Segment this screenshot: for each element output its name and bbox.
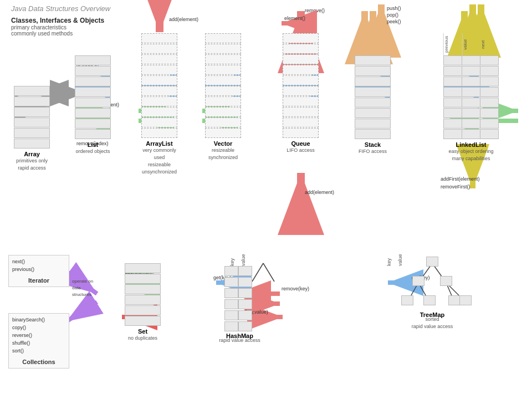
treemap-val-header: value — [397, 249, 403, 266]
stack-cell — [355, 119, 391, 129]
list-cell — [75, 76, 111, 86]
array-cell — [14, 96, 50, 106]
treemap-root — [426, 257, 438, 267]
set-desc: no duplicates — [125, 335, 161, 342]
subtitle-line1: primary characteristics — [11, 24, 104, 30]
al-cell — [141, 75, 177, 85]
vec-cell — [205, 33, 241, 43]
array-desc: primitives onlyrapid access — [14, 157, 50, 172]
al-cell — [141, 33, 177, 43]
array-cell — [14, 117, 50, 127]
list-cell — [75, 66, 111, 76]
arraylist-desc: very commonly usedresizeableunsynchroniz… — [141, 147, 177, 176]
array-structure: Array primitives onlyrapid access — [14, 86, 50, 172]
queue-cell — [283, 128, 319, 138]
treemap-node — [440, 276, 452, 286]
stack-cell — [355, 76, 391, 86]
set-cell — [125, 263, 161, 273]
subtitle-line2: commonly used methods — [11, 30, 104, 37]
al-cell — [141, 86, 177, 96]
queue-cell — [283, 44, 319, 54]
hm-key-cell — [224, 277, 238, 287]
stack-desc: FIFO access — [355, 148, 391, 155]
list-cell — [75, 87, 111, 97]
subtitle-main: Classes, Interfaces & Objects — [11, 17, 104, 24]
linkedlist-label: LinkedList — [443, 141, 499, 148]
treemap-node — [448, 295, 461, 305]
linkedlist-structure: previous value next LinkedList easy obje… — [443, 33, 499, 162]
list-cell — [75, 55, 111, 65]
ll-cell — [443, 98, 499, 108]
queue-desc: LIFO access — [283, 147, 319, 154]
stack-cell — [355, 66, 391, 76]
hm-val-cell — [238, 266, 252, 276]
queue-label: Queue — [283, 140, 319, 147]
list-cell — [75, 119, 111, 129]
ll-next-header: next — [480, 33, 499, 55]
treemap-node — [401, 295, 413, 305]
svg-line-83 — [263, 263, 274, 282]
vec-cell — [205, 44, 241, 54]
list-label: List — [75, 141, 111, 148]
array-label: Array — [14, 151, 50, 157]
subtitle-block: Classes, Interfaces & Objects primary ch… — [11, 17, 104, 37]
treemap-desc: sortedrapid value access — [399, 316, 466, 330]
list-structure: List ordered objects — [75, 55, 111, 155]
queue-cell — [283, 117, 319, 127]
iterator-box: next()previous() Iterator — [8, 255, 69, 287]
hm-key-cell — [224, 288, 238, 298]
ll-val-header: value — [462, 33, 481, 55]
svg-text:push(): push() — [387, 6, 401, 11]
ll-cell — [443, 119, 499, 129]
svg-text:add(element): add(element) — [305, 190, 334, 195]
stack-cell — [355, 129, 391, 139]
list-cell — [75, 98, 111, 108]
ll-prev-header: previous — [443, 33, 462, 55]
vec-cell — [205, 86, 241, 96]
set-cell — [125, 284, 161, 294]
arraylist-label: ArrayList — [141, 140, 177, 147]
treemap-node — [423, 295, 436, 305]
al-cell — [141, 107, 177, 117]
set-structure: Set no duplicates — [125, 263, 161, 342]
hm-key-cell — [224, 321, 238, 331]
svg-text:pop(): pop() — [387, 12, 398, 18]
collections-label: Collections — [12, 358, 65, 366]
set-cell — [125, 316, 161, 326]
vector-structure: Vector resizeablesynchronized — [205, 33, 241, 161]
queue-cell — [283, 96, 319, 106]
ll-cell — [443, 76, 499, 86]
svg-text:removeFirst(): removeFirst() — [441, 184, 470, 190]
al-cell — [141, 54, 177, 64]
set-label: Set — [125, 328, 161, 335]
vector-label: Vector — [205, 140, 241, 147]
hashmap-desc: rapid value access — [219, 337, 260, 344]
stack-cell — [355, 98, 391, 108]
queue-cell — [283, 107, 319, 117]
hashmap-val-header: value — [241, 249, 246, 266]
set-cell — [125, 274, 161, 284]
queue-cell — [283, 54, 319, 64]
ll-cell — [443, 66, 499, 76]
svg-text:data: data — [72, 285, 81, 290]
svg-text:remove(): remove() — [305, 8, 325, 13]
arraylist-structure: ArrayList very commonly usedresizeableun… — [141, 33, 177, 176]
vec-cell — [205, 117, 241, 127]
treemap-node — [412, 276, 424, 286]
hm-val-cell — [238, 277, 252, 287]
array-cell — [14, 86, 50, 96]
svg-text:operate on: operate on — [72, 279, 93, 284]
set-cell — [125, 295, 161, 305]
iterator-methods: next()previous() — [12, 258, 65, 273]
set-cell — [125, 305, 161, 315]
stack-cell — [355, 87, 391, 97]
array-cell — [14, 107, 50, 117]
al-cell — [141, 65, 177, 75]
svg-line-56 — [66, 272, 97, 294]
array-cell — [14, 128, 50, 138]
hm-val-cell — [238, 310, 252, 320]
collections-methods: binarySearch()copy()reverse()shuffle()so… — [12, 316, 65, 355]
queue-structure: Queue LIFO access — [283, 33, 319, 154]
stack-cell — [355, 108, 391, 118]
stack-label: Stack — [355, 141, 391, 148]
